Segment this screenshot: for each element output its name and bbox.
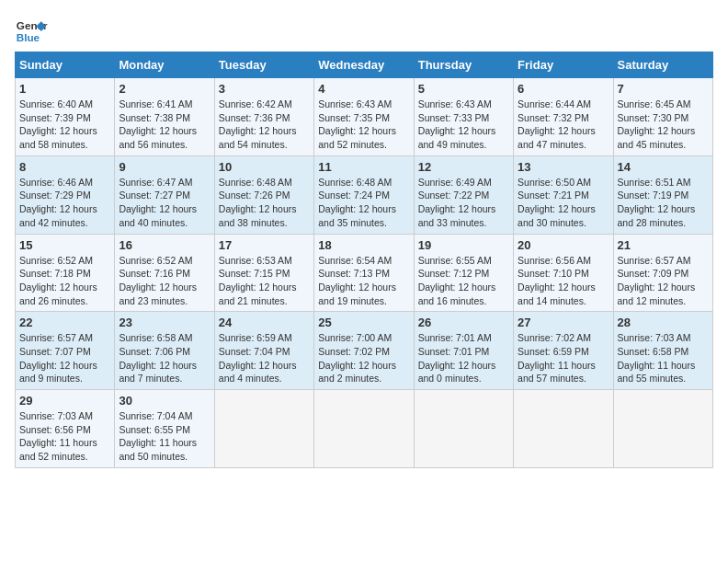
calendar-cell: 18Sunrise: 6:54 AM Sunset: 7:13 PM Dayli…	[314, 234, 414, 312]
day-number: 22	[19, 316, 110, 329]
calendar-cell: 11Sunrise: 6:48 AM Sunset: 7:24 PM Dayli…	[314, 155, 414, 234]
header-day-friday: Friday	[514, 52, 613, 78]
week-row-5: 29Sunrise: 7:03 AM Sunset: 6:56 PM Dayli…	[16, 390, 713, 468]
calendar-header: SundayMondayTuesdayWednesdayThursdayFrid…	[16, 52, 713, 78]
week-row-3: 15Sunrise: 6:52 AM Sunset: 7:18 PM Dayli…	[16, 234, 713, 312]
calendar-table: SundayMondayTuesdayWednesdayThursdayFrid…	[15, 52, 713, 468]
day-number: 19	[418, 238, 509, 252]
day-info: Sunrise: 7:01 AM Sunset: 7:01 PM Dayligh…	[418, 331, 509, 385]
calendar-cell: 21Sunrise: 6:57 AM Sunset: 7:09 PM Dayli…	[613, 234, 712, 312]
day-info: Sunrise: 7:04 AM Sunset: 6:55 PM Dayligh…	[119, 409, 210, 464]
calendar-cell: 19Sunrise: 6:55 AM Sunset: 7:12 PM Dayli…	[414, 234, 513, 312]
calendar-cell: 30Sunrise: 7:04 AM Sunset: 6:55 PM Dayli…	[115, 390, 214, 468]
day-info: Sunrise: 6:40 AM Sunset: 7:39 PM Dayligh…	[19, 98, 110, 152]
calendar-cell: 10Sunrise: 6:48 AM Sunset: 7:26 PM Dayli…	[214, 155, 313, 234]
day-info: Sunrise: 6:51 AM Sunset: 7:19 PM Dayligh…	[618, 176, 709, 230]
calendar-cell: 1Sunrise: 6:40 AM Sunset: 7:39 PM Daylig…	[16, 78, 115, 156]
day-info: Sunrise: 6:45 AM Sunset: 7:30 PM Dayligh…	[618, 98, 709, 152]
day-number: 11	[318, 160, 409, 174]
day-number: 6	[518, 82, 609, 96]
day-info: Sunrise: 6:54 AM Sunset: 7:13 PM Dayligh…	[318, 254, 409, 308]
day-number: 9	[119, 160, 210, 174]
day-info: Sunrise: 6:57 AM Sunset: 7:09 PM Dayligh…	[618, 254, 709, 308]
calendar-cell: 29Sunrise: 7:03 AM Sunset: 6:56 PM Dayli…	[16, 390, 115, 468]
day-info: Sunrise: 6:49 AM Sunset: 7:22 PM Dayligh…	[418, 176, 509, 230]
calendar-cell: 7Sunrise: 6:45 AM Sunset: 7:30 PM Daylig…	[613, 78, 712, 156]
calendar-cell	[414, 390, 513, 468]
calendar-cell: 27Sunrise: 7:02 AM Sunset: 6:59 PM Dayli…	[514, 312, 613, 390]
calendar-cell: 2Sunrise: 6:41 AM Sunset: 7:38 PM Daylig…	[115, 78, 214, 156]
day-number: 30	[119, 394, 210, 408]
calendar-cell: 26Sunrise: 7:01 AM Sunset: 7:01 PM Dayli…	[414, 312, 513, 390]
day-info: Sunrise: 6:48 AM Sunset: 7:24 PM Dayligh…	[318, 176, 409, 230]
day-info: Sunrise: 6:52 AM Sunset: 7:16 PM Dayligh…	[119, 254, 210, 308]
day-info: Sunrise: 6:46 AM Sunset: 7:29 PM Dayligh…	[19, 176, 110, 230]
day-info: Sunrise: 6:43 AM Sunset: 7:35 PM Dayligh…	[318, 98, 409, 152]
calendar-cell: 20Sunrise: 6:56 AM Sunset: 7:10 PM Dayli…	[514, 234, 613, 312]
day-number: 28	[618, 316, 709, 329]
day-number: 7	[618, 82, 709, 96]
page-header: General Blue	[15, 15, 713, 48]
calendar-cell: 15Sunrise: 6:52 AM Sunset: 7:18 PM Dayli…	[16, 234, 115, 312]
svg-text:Blue: Blue	[17, 31, 40, 43]
day-number: 10	[219, 160, 310, 174]
day-info: Sunrise: 6:59 AM Sunset: 7:04 PM Dayligh…	[219, 331, 310, 385]
calendar-cell	[214, 390, 313, 468]
calendar-cell: 6Sunrise: 6:44 AM Sunset: 7:32 PM Daylig…	[514, 78, 613, 156]
day-info: Sunrise: 6:41 AM Sunset: 7:38 PM Dayligh…	[119, 98, 210, 152]
calendar-cell	[613, 390, 712, 468]
calendar-cell: 12Sunrise: 6:49 AM Sunset: 7:22 PM Dayli…	[414, 155, 513, 234]
calendar-cell: 24Sunrise: 6:59 AM Sunset: 7:04 PM Dayli…	[214, 312, 313, 390]
header-day-tuesday: Tuesday	[214, 52, 313, 78]
day-number: 4	[318, 82, 409, 96]
day-info: Sunrise: 6:42 AM Sunset: 7:36 PM Dayligh…	[219, 98, 310, 152]
day-number: 2	[119, 82, 210, 96]
day-info: Sunrise: 6:58 AM Sunset: 7:06 PM Dayligh…	[119, 331, 210, 385]
day-number: 5	[418, 82, 509, 96]
week-row-2: 8Sunrise: 6:46 AM Sunset: 7:29 PM Daylig…	[16, 155, 713, 234]
day-info: Sunrise: 7:00 AM Sunset: 7:02 PM Dayligh…	[318, 331, 409, 385]
calendar-cell: 23Sunrise: 6:58 AM Sunset: 7:06 PM Dayli…	[115, 312, 214, 390]
day-info: Sunrise: 6:43 AM Sunset: 7:33 PM Dayligh…	[418, 98, 509, 152]
calendar-cell: 16Sunrise: 6:52 AM Sunset: 7:16 PM Dayli…	[115, 234, 214, 312]
day-info: Sunrise: 7:03 AM Sunset: 6:56 PM Dayligh…	[19, 409, 110, 464]
week-row-1: 1Sunrise: 6:40 AM Sunset: 7:39 PM Daylig…	[16, 78, 713, 156]
day-number: 25	[318, 316, 409, 329]
day-number: 12	[418, 160, 509, 174]
day-info: Sunrise: 6:57 AM Sunset: 7:07 PM Dayligh…	[19, 331, 110, 385]
calendar-cell	[514, 390, 613, 468]
day-number: 26	[418, 316, 509, 329]
day-number: 17	[219, 238, 310, 252]
day-number: 14	[618, 160, 709, 174]
day-number: 27	[518, 316, 609, 329]
day-info: Sunrise: 7:03 AM Sunset: 6:58 PM Dayligh…	[618, 331, 709, 385]
day-number: 23	[119, 316, 210, 329]
calendar-cell: 8Sunrise: 6:46 AM Sunset: 7:29 PM Daylig…	[16, 155, 115, 234]
day-number: 13	[518, 160, 609, 174]
day-number: 21	[618, 238, 709, 252]
calendar-cell: 3Sunrise: 6:42 AM Sunset: 7:36 PM Daylig…	[214, 78, 313, 156]
header-day-saturday: Saturday	[613, 52, 712, 78]
calendar-cell: 13Sunrise: 6:50 AM Sunset: 7:21 PM Dayli…	[514, 155, 613, 234]
day-number: 24	[219, 316, 310, 329]
day-info: Sunrise: 6:44 AM Sunset: 7:32 PM Dayligh…	[518, 98, 609, 152]
day-number: 15	[19, 238, 110, 252]
day-info: Sunrise: 6:47 AM Sunset: 7:27 PM Dayligh…	[119, 176, 210, 230]
day-number: 29	[19, 394, 110, 408]
day-info: Sunrise: 6:48 AM Sunset: 7:26 PM Dayligh…	[219, 176, 310, 230]
day-number: 18	[318, 238, 409, 252]
week-row-4: 22Sunrise: 6:57 AM Sunset: 7:07 PM Dayli…	[16, 312, 713, 390]
header-day-wednesday: Wednesday	[314, 52, 414, 78]
header-row: SundayMondayTuesdayWednesdayThursdayFrid…	[16, 52, 713, 78]
day-info: Sunrise: 7:02 AM Sunset: 6:59 PM Dayligh…	[518, 331, 609, 385]
calendar-cell: 5Sunrise: 6:43 AM Sunset: 7:33 PM Daylig…	[414, 78, 513, 156]
header-day-thursday: Thursday	[414, 52, 513, 78]
day-number: 3	[219, 82, 310, 96]
calendar-cell: 28Sunrise: 7:03 AM Sunset: 6:58 PM Dayli…	[613, 312, 712, 390]
calendar-cell: 25Sunrise: 7:00 AM Sunset: 7:02 PM Dayli…	[314, 312, 414, 390]
calendar-cell: 9Sunrise: 6:47 AM Sunset: 7:27 PM Daylig…	[115, 155, 214, 234]
day-number: 1	[19, 82, 110, 96]
day-number: 20	[518, 238, 609, 252]
header-day-sunday: Sunday	[16, 52, 115, 78]
calendar-cell: 14Sunrise: 6:51 AM Sunset: 7:19 PM Dayli…	[613, 155, 712, 234]
